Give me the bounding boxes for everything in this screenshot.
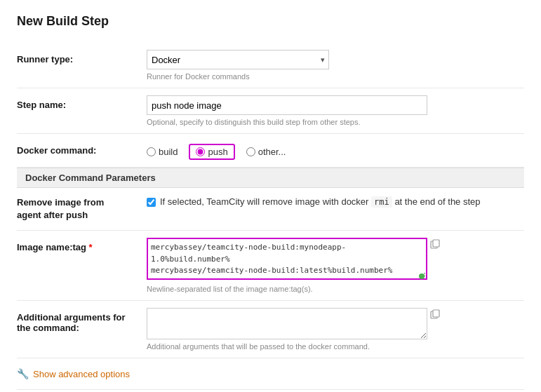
runner-type-select[interactable]: Docker [147,50,329,69]
image-tag-copy-icon[interactable] [430,239,440,252]
image-tag-hint: Newline-separated list of the image name… [147,285,524,293]
rmi-code: rmi [371,196,392,208]
step-name-label: Step name: [17,95,147,110]
radio-push[interactable]: push [196,147,227,157]
image-name-tag-control: mercybassey/teamcity-node-build:mynodeap… [147,238,524,293]
additional-args-label: Additional arguments for the command: [17,308,147,333]
show-advanced-label: Show advanced options [33,369,130,379]
required-star: * [89,242,93,252]
page-title: New Build Step [17,14,524,29]
radio-other-label: other... [258,147,286,157]
svg-rect-1 [433,240,439,247]
image-name-tag-label: Image name:tag * [17,238,147,252]
runner-type-label: Runner type: [17,50,147,65]
runner-type-control: Docker Runner for Docker commands [147,50,524,81]
radio-push-label: push [208,147,227,157]
step-name-row: Step name: Optional, specify to distingu… [17,88,524,134]
image-tag-textarea-wrapper: mercybassey/teamcity-node-build:mynodeap… [147,238,427,282]
radio-other-input[interactable] [246,147,255,156]
image-tag-wrapper: mercybassey/teamcity-node-build:mynodeap… [147,238,524,282]
additional-args-hint: Additional arguments that will be passed… [147,342,524,351]
additional-args-textarea[interactable] [147,308,427,339]
step-name-input[interactable] [147,95,427,115]
radio-push-wrapper: push [189,144,234,160]
svg-rect-3 [433,310,439,317]
step-name-hint: Optional, specify to distinguish this bu… [147,118,524,126]
docker-params-header: Docker Command Parameters [17,168,524,188]
radio-build-label: build [159,147,178,157]
runner-type-row: Runner type: Docker Runner for Docker co… [17,43,524,88]
radio-build-input[interactable] [147,147,156,156]
remove-image-description: If selected, TeamCity will remove image … [160,196,481,207]
additional-args-control: Additional arguments that will be passed… [147,308,524,351]
remove-image-label: Remove image from agent after push [17,196,147,222]
docker-command-control: build push other... [147,141,524,160]
additional-args-row: Additional arguments for the command: Ad… [17,301,524,358]
additional-args-copy-icon[interactable] [430,309,440,322]
remove-image-control: If selected, TeamCity will remove image … [147,196,524,207]
remove-image-checkbox[interactable] [147,198,156,207]
remove-image-row: Remove image from agent after push If se… [17,188,524,231]
radio-other[interactable]: other... [246,147,286,157]
step-name-control: Optional, specify to distinguish this bu… [147,95,524,126]
docker-command-row: Docker command: build push other... [17,134,524,168]
show-advanced-options[interactable]: 🔧 Show advanced options [17,358,524,390]
additional-args-wrapper [147,308,524,339]
image-tag-textarea[interactable]: mercybassey/teamcity-node-build:mynodeap… [147,238,427,280]
radio-build[interactable]: build [147,147,178,157]
docker-command-radio-group: build push other... [147,141,524,160]
image-name-tag-row: Image name:tag * mercybassey/teamcity-no… [17,231,524,301]
wrench-icon: 🔧 [17,368,29,379]
runner-type-select-wrapper[interactable]: Docker [147,50,329,69]
docker-command-label: Docker command: [17,141,147,156]
radio-push-input[interactable] [196,147,205,156]
runner-type-hint: Runner for Docker commands [147,72,524,81]
